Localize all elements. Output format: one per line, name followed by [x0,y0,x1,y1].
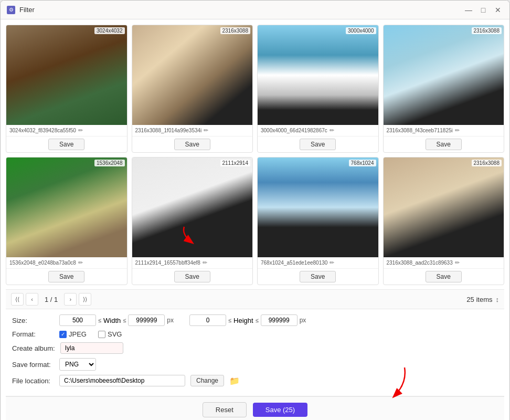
image-card: 2316x3088 2316x3088_1f014a99e3534i ✏ Sav… [132,25,253,153]
filename-label: 3024x4032_f839428ca55f50 [9,128,76,133]
change-button[interactable]: Change [190,375,224,386]
image-save-area: Save [384,136,504,152]
image-save-area: Save [132,269,253,285]
arrow-annotation [179,224,205,247]
edit-icon[interactable]: ✏ [455,127,460,134]
maximize-button[interactable]: □ [478,5,488,15]
image-card: 768x1024 768x1024_a51ede1ee80130 ✏ Save [257,157,379,285]
size-filter-row: Size: ≤ Width ≤ px ≤ Height ≤ px [12,314,498,326]
image-save-area: Save [258,269,378,285]
width-input-group: ≤ Width ≤ px [59,314,174,326]
image-grid: 3024x4032 3024x4032_f839428ca55f50 ✏ Sav… [6,25,504,285]
filename-label: 1536x2048_e0248ba73a0c8 [9,260,76,266]
width-min-input[interactable] [59,314,96,326]
width-max-input[interactable] [128,314,165,326]
edit-icon[interactable]: ✏ [455,259,460,266]
image-card: 3024x4032 3024x4032_f839428ca55f50 ✏ Sav… [6,25,128,153]
svg-label: SVG [108,330,122,338]
app-icon: ⚙ [7,6,15,14]
image-save-button[interactable]: Save [48,271,84,282]
dimension-label: 2111x2914 [220,160,251,166]
jpeg-checkbox-checked[interactable]: ✓ [59,331,67,338]
image-save-button[interactable]: Save [426,271,462,282]
edit-icon[interactable]: ✏ [78,127,83,134]
sort-icon[interactable]: ↕ [496,296,500,303]
edit-icon[interactable]: ✏ [204,127,208,134]
title-bar-left: ⚙ Filter [7,6,35,14]
filter-section: Size: ≤ Width ≤ px ≤ Height ≤ px [6,309,504,396]
height-label: Height [233,317,253,324]
svg-checkbox-label[interactable]: SVG [98,330,122,338]
image-thumbnail: 2316x3088 [384,158,504,257]
format-filter-row: Format: ✓ JPEG SVG [12,330,498,338]
jpeg-label: JPEG [69,330,87,338]
image-save-area: Save [132,136,253,152]
image-info: 2111x2914_16557bbff34ef8 ✏ [132,257,253,269]
image-info: 3000x4000_66d241982867c ✏ [258,125,378,136]
reset-button[interactable]: Reset [203,402,247,417]
height-right-arrow: ≤ [256,317,259,323]
image-card: 2316x3088 2316x3088_aad2c31c89633 ✏ Save [383,157,505,285]
image-info: 768x1024_a51ede1ee80130 ✏ [258,257,378,269]
next-page-button[interactable]: › [64,293,77,306]
filter-window: ⚙ Filter — □ ✕ 3024x4032 3024x4032_f8394… [0,0,510,420]
image-save-button[interactable]: Save [174,139,210,150]
image-save-area: Save [384,269,504,285]
image-info: 2316x3088_1f014a99e3534i ✏ [132,125,253,136]
dimension-label: 2316x3088 [472,27,502,34]
width-label: Width [103,317,121,324]
image-save-area: Save [6,136,127,152]
close-button[interactable]: ✕ [493,5,503,15]
image-thumbnail: 2316x3088 [132,25,253,125]
dimension-label: 3024x4032 [94,27,125,34]
height-input-group: ≤ Height ≤ px [189,314,306,326]
image-save-button[interactable]: Save [426,139,462,150]
image-info: 1536x2048_e0248ba73a0c8 ✏ [6,257,127,269]
image-save-button[interactable]: Save [174,271,210,282]
image-save-area: Save [258,136,378,152]
image-save-button[interactable]: Save [300,139,336,150]
image-thumbnail: 3024x4032 [6,25,127,125]
image-save-button[interactable]: Save [300,271,336,282]
folder-icon[interactable]: 📁 [229,376,240,386]
height-max-input[interactable] [261,314,298,326]
last-page-button[interactable]: ⟩⟩ [79,293,91,306]
image-thumbnail: 2316x3088 [384,25,504,125]
svg-checkbox-unchecked[interactable] [98,331,105,338]
save-format-select[interactable]: PNG JPEG WEBP [59,358,96,371]
dimension-label: 1536x2048 [94,160,125,166]
album-label: Create album: [12,344,55,352]
filename-label: 2316x3088_1f014a99e3534i [135,128,202,133]
edit-icon[interactable]: ✏ [78,259,83,266]
title-bar: ⚙ Filter — □ ✕ [1,1,509,19]
height-min-input[interactable] [189,314,226,326]
prev-page-button[interactable]: ‹ [26,293,38,306]
width-left-arrow: ≤ [98,317,101,323]
content-area: 3024x4032 3024x4032_f839428ca55f50 ✏ Sav… [1,19,509,420]
minimize-button[interactable]: — [463,5,474,15]
edit-icon[interactable]: ✏ [330,259,334,266]
format-label: Format: [12,330,54,338]
height-px-label: px [300,317,306,324]
saveformat-label: Save format: [12,361,54,369]
image-info: 2316x3088_aad2c31c89633 ✏ [384,257,504,269]
title-bar-controls: — □ ✕ [463,5,503,15]
height-left-arrow: ≤ [228,317,231,323]
album-input[interactable] [60,342,123,354]
save-format-row: Save format: PNG JPEG WEBP [12,358,498,371]
dimension-label: 3000x4000 [346,27,376,34]
image-thumbnail: 768x1024 [258,158,378,257]
edit-icon[interactable]: ✏ [330,127,334,134]
jpeg-checkbox-label[interactable]: ✓ JPEG [59,330,87,338]
action-bar: Reset Save (25) [6,396,504,420]
save-all-button[interactable]: Save (25) [253,403,307,417]
action-container: Reset Save (25) [6,396,504,420]
width-right-arrow: ≤ [123,317,126,323]
filename-label: 768x1024_a51ede1ee80130 [261,260,327,266]
image-save-button[interactable]: Save [48,139,84,150]
edit-icon[interactable]: ✏ [203,259,207,266]
image-save-area: Save [6,269,127,285]
size-label: Size: [12,317,54,324]
first-page-button[interactable]: ⟨⟨ [11,293,24,306]
file-location-input[interactable] [59,375,185,386]
